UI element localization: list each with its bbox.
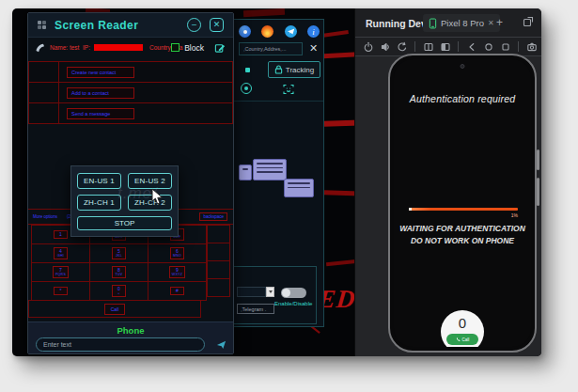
side-cell-strip (207, 226, 230, 297)
power-icon[interactable] (361, 39, 375, 54)
row-content: Add to a contact (59, 83, 232, 102)
action-row-list: Create new contactAdd to a contactSend a… (28, 62, 233, 124)
send-icon[interactable] (216, 339, 227, 350)
contact-info-row: Name: test IP: Country: n/a Block (28, 39, 233, 57)
dialer-key[interactable]: 7PQRS (53, 266, 69, 278)
progress-percent: 1% (409, 212, 518, 218)
dialer-key[interactable]: 6MNO (170, 247, 184, 259)
minimize-button[interactable]: – (187, 18, 201, 32)
overview-icon[interactable] (498, 39, 512, 54)
row-content: Send a message (59, 103, 232, 123)
status-dot (245, 68, 250, 72)
close-icon[interactable]: ✕ (309, 41, 318, 55)
row-index-cell (29, 62, 59, 82)
volume-icon[interactable] (378, 39, 392, 54)
progress-bar (409, 208, 518, 211)
dialer-key[interactable]: 8TUV (112, 266, 126, 278)
call-button[interactable]: Call (446, 334, 478, 345)
side-cell (207, 243, 230, 261)
search-input[interactable] (239, 42, 303, 55)
row-index-cell (29, 103, 59, 123)
dialer-cell: 5JKL (89, 243, 148, 263)
emulator-phone: Authentication required 1% WAITING FOR A… (388, 54, 537, 353)
ip-label: IP: (83, 44, 90, 51)
action-link[interactable]: Send a message (67, 108, 134, 119)
enable-toggle-label: Enable/Disable (274, 301, 312, 306)
dialer-key[interactable]: 4GHI (54, 247, 68, 259)
lock-icon (274, 65, 283, 74)
action-row: Create new contact (28, 61, 233, 83)
text-entry-input[interactable] (36, 337, 205, 352)
close-button[interactable]: ✕ (210, 18, 224, 32)
dropdown-field[interactable] (237, 287, 266, 297)
action-link[interactable]: Add to a contact (67, 87, 134, 99)
auth-required-text: Authentication required (394, 93, 531, 104)
backspace-link[interactable]: backspace (199, 212, 227, 221)
face-scan-icon[interactable] (283, 84, 294, 95)
edit-icon[interactable] (214, 42, 226, 54)
power-button-bar (537, 178, 539, 206)
dialer-key[interactable]: 5JKL (112, 247, 126, 259)
node-card[interactable] (239, 165, 252, 180)
action-row: Add to a contact (28, 82, 233, 103)
node-card[interactable] (284, 179, 314, 197)
language-button[interactable]: ZH-CH 1 (77, 195, 121, 211)
block-checkbox[interactable] (171, 43, 180, 52)
running-devices-panel: Running Devices Pixel 8 Pro ✕ + Authenti… (354, 8, 541, 356)
device-icon (429, 18, 437, 29)
dialer-cell: * (31, 281, 90, 301)
more-options-link[interactable]: More options (33, 214, 57, 219)
dialer-key[interactable]: 9WXYZ (169, 266, 185, 278)
name-label: Name: test (50, 44, 79, 51)
mouse-cursor (151, 188, 164, 206)
toggle-knob (282, 289, 290, 297)
new-tab-button[interactable]: + (496, 16, 503, 29)
back-icon[interactable] (464, 39, 478, 54)
tab-close-icon[interactable]: ✕ (488, 19, 494, 27)
phone-receiver-icon (34, 41, 46, 54)
tab-tracking-label: Tracking (286, 66, 314, 74)
telegram-field[interactable]: ,Telegram . (237, 304, 274, 314)
float-window-icon[interactable] (523, 16, 534, 27)
tab-tracking[interactable]: Tracking (268, 61, 320, 78)
language-button[interactable]: EN-US 1 (77, 173, 121, 189)
fold-open-icon[interactable] (438, 39, 452, 54)
dialer-key[interactable]: # (170, 287, 184, 295)
home-icon[interactable] (481, 39, 495, 54)
row-content: Create new contact (59, 62, 232, 82)
node-card[interactable] (253, 159, 287, 180)
row-index-cell (29, 83, 59, 102)
call-link[interactable]: Call (104, 304, 126, 315)
dialer-key[interactable]: 0+ (112, 285, 126, 297)
camera-icon[interactable] (524, 39, 539, 54)
progress-group: 1% (409, 208, 518, 218)
tab-pixel-8-pro[interactable]: Pixel 8 Pro ✕ (423, 14, 500, 32)
enable-toggle[interactable] (281, 288, 306, 298)
title-bar[interactable]: Screen Reader – ✕ (28, 13, 233, 38)
stop-button[interactable]: STOP (77, 216, 172, 230)
call-row: Call (28, 300, 201, 318)
phone-input-section: Phone (28, 321, 233, 353)
side-cell (207, 278, 230, 297)
telegram-icon[interactable] (285, 25, 297, 38)
toolbar-separator (518, 41, 519, 52)
action-link[interactable]: Create new contact (67, 67, 134, 78)
app-icon (36, 19, 48, 31)
rotate-icon[interactable] (395, 39, 409, 54)
blue-app-icon[interactable] (239, 25, 251, 38)
fold-icon[interactable] (421, 39, 435, 54)
fire-icon[interactable] (261, 25, 273, 38)
dropdown-arrow-button[interactable] (266, 287, 274, 297)
dialer-key[interactable]: 1 (54, 230, 68, 239)
dialer-cell: 4GHI (31, 243, 90, 263)
dialer-key[interactable]: * (54, 287, 68, 295)
record-icon[interactable] (241, 83, 252, 94)
call-button-label: Call (462, 337, 470, 342)
info-icon[interactable]: i (307, 25, 320, 38)
dialer-cell: 6MNO (148, 243, 207, 263)
phone-section-label: Phone (28, 325, 233, 336)
toolbar-separator (414, 41, 415, 52)
window-title: Screen Reader (55, 19, 138, 32)
phone-screen[interactable]: Authentication required 1% WAITING FOR A… (394, 59, 531, 347)
app-canvas: ED i ✕ Tracking Enable/Disable (12, 8, 541, 356)
